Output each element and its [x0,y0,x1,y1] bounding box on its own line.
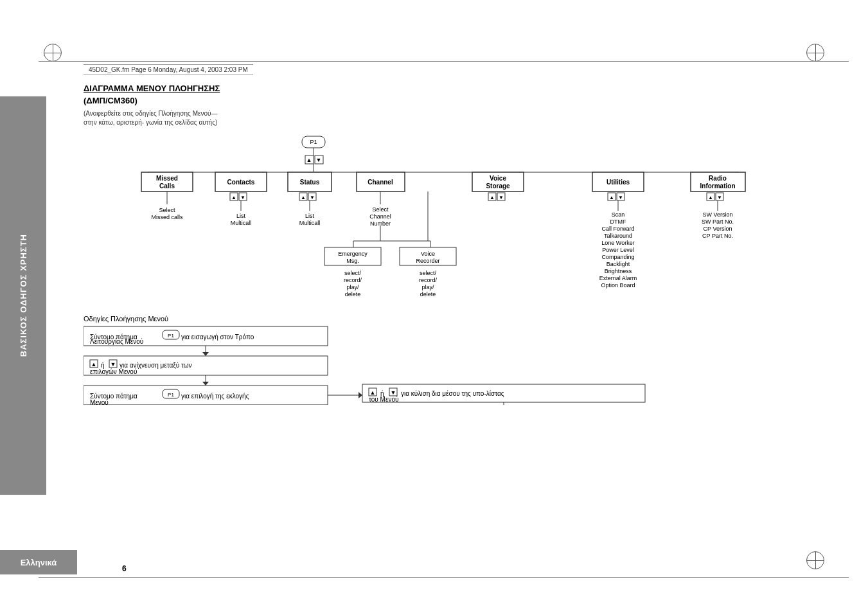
file-info: 45D02_GK.fm Page 6 Monday, August 4, 200… [84,64,253,75]
svg-text:play/: play/ [346,284,359,290]
svg-text:DTMF: DTMF [610,218,626,225]
language-label: Ελληνικά [21,558,57,567]
svg-text:Recorder: Recorder [416,258,439,264]
svg-text:▲: ▲ [490,195,495,200]
svg-text:Option Board: Option Board [601,282,635,289]
svg-text:CP Version: CP Version [704,226,732,232]
svg-text:Power Level: Power Level [602,247,634,253]
svg-text:Scan: Scan [612,211,625,218]
svg-text:Μενού: Μενού [90,399,109,405]
svg-text:Multicall: Multicall [231,220,252,226]
svg-text:▲: ▲ [91,361,97,368]
file-info-text: 45D02_GK.fm Page 6 Monday, August 4, 200… [89,66,248,73]
reg-mark-tl [44,44,62,62]
svg-text:▲: ▲ [609,195,614,200]
h-line-bottom [39,577,849,578]
svg-text:List: List [236,213,246,219]
svg-text:delete: delete [420,291,436,298]
svg-text:Brightness: Brightness [605,268,632,274]
svg-text:Channel: Channel [369,213,391,220]
svg-text:για εισαγωγή στον Τρόπο: για εισαγωγή στον Τρόπο [181,333,254,341]
svg-text:Multicall: Multicall [299,220,321,226]
svg-text:▼: ▼ [499,195,504,200]
svg-text:για κύλιση δια μέσου της υπο-λ: για κύλιση δια μέσου της υπο-λίστας [401,390,504,397]
svg-text:List: List [305,213,315,219]
svg-text:του Μενού: του Μενού [369,396,398,403]
svg-text:▼: ▼ [717,195,722,200]
svg-text:CP Part No.: CP Part No. [702,233,733,239]
svg-text:Calls: Calls [159,182,175,190]
sidebar-label: ΒΑΣΙΚΟΣ ΟΔΗΓΟΣ ΧΡΗΣΤΗ [19,234,28,357]
svg-marker-101 [202,352,209,356]
svg-text:record/: record/ [344,277,362,283]
svg-text:επιλογών Μενού: επιλογών Μενού [90,368,137,375]
diagram-intro: (Αναφερθείτε στις οδηγίες Πλοήγησης Μενο… [84,109,842,127]
svg-text:▲: ▲ [708,195,713,200]
svg-text:Voice: Voice [490,175,506,182]
svg-text:Call Forward: Call Forward [601,226,634,232]
svg-text:▼: ▼ [316,157,322,163]
diagram-title-line2: (ΔΜΠ/CM360) [84,96,842,105]
p1-label: P1 [310,139,317,145]
svg-text:Channel: Channel [368,179,393,186]
nav-instructions-title: Οδηγίες Πλοήγησης Μενού [84,315,168,323]
svg-text:Λειτουργίας Μενού: Λειτουργίας Μενού [90,338,143,345]
svg-marker-111 [202,382,209,386]
page-number: 6 [122,564,127,573]
svg-text:Companding: Companding [601,254,634,260]
diagram-svg: P1 ▲ ▼ Missed Calls Select Mi [84,135,790,405]
svg-text:Utilities: Utilities [607,179,630,186]
h-line-top [39,61,849,62]
svg-text:Voice: Voice [421,251,435,257]
svg-text:P1: P1 [168,333,174,339]
svg-text:Select: Select [159,207,175,213]
svg-text:record/: record/ [419,277,438,283]
main-content: ΔΙΑΓΡΑΜΜΑ ΜΕΝΟΥ ΠΛΟΗΓΗΣΗΣ (ΔΜΠ/CM360) (Α… [84,84,842,562]
svg-text:Missed: Missed [156,175,178,182]
language-tab: Ελληνικά [0,550,77,574]
diagram-area: P1 ▲ ▼ Missed Calls Select Mi [84,135,842,406]
svg-text:▼: ▼ [310,195,315,200]
svg-text:▼: ▼ [111,361,116,368]
svg-text:▲: ▲ [370,389,376,396]
svg-text:▲: ▲ [306,157,312,163]
svg-text:▼: ▼ [618,195,623,200]
svg-text:External Alarm: External Alarm [599,275,637,281]
svg-text:SW Part No.: SW Part No. [702,218,734,225]
svg-text:SW Version: SW Version [702,211,732,218]
svg-text:delete: delete [345,291,361,298]
svg-text:Backlight: Backlight [607,261,630,267]
svg-text:Radio: Radio [709,175,727,182]
svg-text:Msg.: Msg. [346,258,359,264]
svg-text:Information: Information [700,182,736,190]
svg-marker-119 [359,392,362,398]
sidebar: ΒΑΣΙΚΟΣ ΟΔΗΓΟΣ ΧΡΗΣΤΗ [0,96,46,495]
svg-text:Select: Select [372,206,389,213]
svg-text:Contacts: Contacts [227,179,255,186]
svg-text:Storage: Storage [486,182,510,190]
svg-text:select/: select/ [420,270,437,276]
reg-mark-tr [806,44,824,62]
svg-text:Emergency: Emergency [338,251,368,257]
svg-text:για επιλογή της εκλογής: για επιλογή της εκλογής [181,393,249,400]
svg-text:P1: P1 [168,392,174,398]
svg-text:Talkaround: Talkaround [604,233,632,239]
svg-text:Missed calls: Missed calls [151,214,183,220]
svg-text:play/: play/ [421,284,434,290]
svg-text:Status: Status [300,179,320,186]
svg-text:select/: select/ [344,270,362,276]
svg-text:▲: ▲ [301,195,306,200]
svg-text:Lone Worker: Lone Worker [601,240,634,246]
svg-text:▼: ▼ [240,195,245,200]
diagram-title-line1: ΔΙΑΓΡΑΜΜΑ ΜΕΝΟΥ ΠΛΟΗΓΗΣΗΣ [84,84,842,93]
page: ΒΑΣΙΚΟΣ ΟΔΗΓΟΣ ΧΡΗΣΤΗ Ελληνικά 45D02_GK.… [0,0,868,613]
svg-text:▲: ▲ [231,195,236,200]
svg-text:▼: ▼ [391,389,396,396]
